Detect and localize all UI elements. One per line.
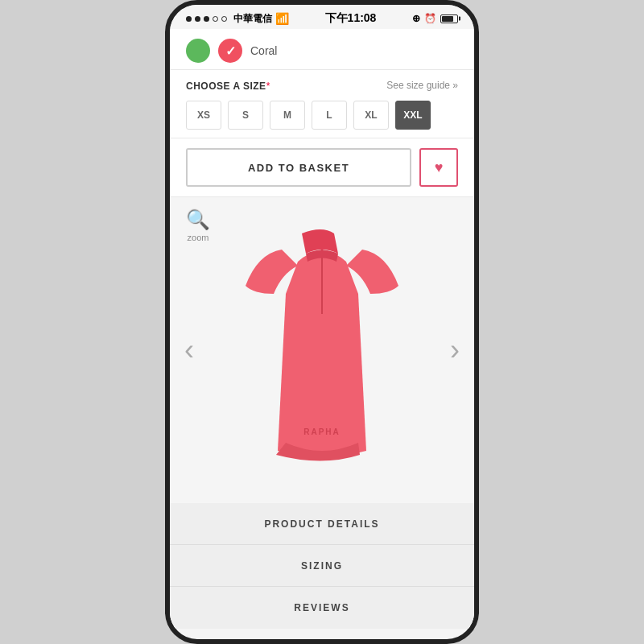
color-section: ✓ Coral bbox=[170, 29, 474, 70]
swatch-checkmark: ✓ bbox=[225, 43, 236, 59]
size-section: CHOOSE A SIZE* See size guide » XS S M L… bbox=[170, 70, 474, 138]
wifi-icon: 📶 bbox=[275, 12, 289, 25]
status-right: ⊕ ⏰ bbox=[412, 13, 458, 24]
signal-dot-4 bbox=[213, 16, 218, 22]
size-btn-l[interactable]: L bbox=[312, 101, 347, 130]
next-image-button[interactable]: › bbox=[442, 325, 468, 375]
size-btn-xxl[interactable]: XXL bbox=[395, 101, 431, 130]
product-image: RAPHA bbox=[233, 221, 411, 479]
color-swatch-green[interactable] bbox=[186, 39, 210, 63]
battery-fill bbox=[442, 16, 453, 22]
alarm-icon: ⏰ bbox=[424, 13, 436, 24]
add-to-basket-button[interactable]: ADD TO BASKET bbox=[186, 148, 411, 187]
signal-dot-1 bbox=[186, 16, 192, 22]
chevron-right-icon: › bbox=[450, 333, 460, 366]
chevron-left-icon: ‹ bbox=[184, 333, 194, 366]
product-sections: PRODUCT DETAILS SIZING REVIEWS bbox=[170, 503, 474, 629]
heart-icon: ♥ bbox=[435, 159, 444, 176]
sizing-button[interactable]: SIZING bbox=[170, 545, 474, 587]
signal-dot-3 bbox=[204, 16, 209, 22]
size-guide-link[interactable]: See size guide » bbox=[386, 80, 458, 91]
zoom-label: zoom bbox=[188, 233, 209, 242]
status-left: 中華電信 📶 bbox=[186, 12, 289, 26]
action-section: ADD TO BASKET ♥ bbox=[170, 138, 474, 197]
status-time: 下午11:08 bbox=[325, 11, 377, 26]
product-details-button[interactable]: PRODUCT DETAILS bbox=[170, 503, 474, 545]
wishlist-button[interactable]: ♥ bbox=[419, 148, 458, 187]
color-label: Coral bbox=[250, 44, 277, 57]
battery-indicator bbox=[440, 14, 458, 23]
prev-image-button[interactable]: ‹ bbox=[176, 325, 202, 375]
lock-icon: ⊕ bbox=[412, 13, 420, 24]
color-swatch-coral[interactable]: ✓ bbox=[218, 39, 242, 63]
size-options: XS S M L XL XXL bbox=[186, 101, 458, 130]
size-title: CHOOSE A SIZE* bbox=[186, 78, 270, 93]
size-btn-s[interactable]: S bbox=[228, 101, 263, 130]
phone-frame: 中華電信 📶 下午11:08 ⊕ ⏰ ✓ Coral CHOOSE A SIZE… bbox=[165, 0, 479, 644]
size-btn-xl[interactable]: XL bbox=[353, 101, 389, 130]
carrier-label: 中華電信 bbox=[233, 12, 272, 26]
zoom-button[interactable]: 🔍 zoom bbox=[186, 208, 210, 242]
status-bar: 中華電信 📶 下午11:08 ⊕ ⏰ bbox=[170, 5, 474, 29]
size-btn-xs[interactable]: XS bbox=[186, 101, 221, 130]
required-star: * bbox=[266, 80, 270, 92]
zoom-icon: 🔍 bbox=[186, 208, 210, 231]
signal-dot-5 bbox=[221, 16, 227, 22]
signal-dot-2 bbox=[195, 16, 200, 22]
size-header: CHOOSE A SIZE* See size guide » bbox=[186, 78, 458, 93]
size-btn-m[interactable]: M bbox=[270, 101, 305, 130]
product-content: ✓ Coral CHOOSE A SIZE* See size guide » … bbox=[170, 29, 474, 629]
product-image-section: 🔍 zoom ‹ bbox=[170, 197, 474, 503]
jersey-svg: RAPHA bbox=[233, 225, 411, 475]
svg-text:RAPHA: RAPHA bbox=[303, 427, 341, 436]
reviews-button[interactable]: REVIEWS bbox=[170, 587, 474, 629]
